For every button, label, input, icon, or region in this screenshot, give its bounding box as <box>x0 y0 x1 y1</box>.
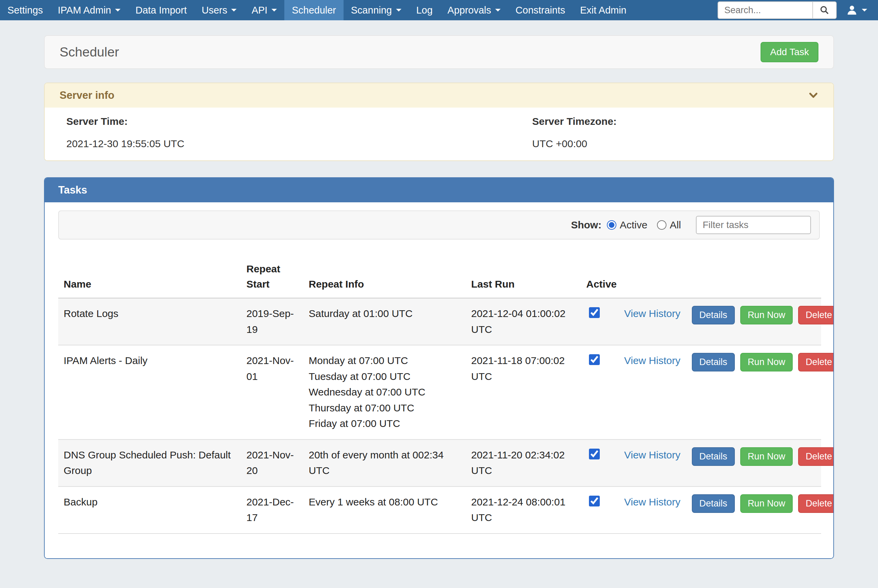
user-menu-button[interactable] <box>845 2 869 19</box>
task-name: IPAM Alerts - Daily <box>58 345 241 440</box>
search-icon <box>820 5 829 15</box>
task-repeat-info: 20th of every month at 002:34 UTC <box>303 440 466 486</box>
filter-tasks-input[interactable] <box>696 216 811 234</box>
details-button[interactable]: Details <box>692 447 735 466</box>
scheduler-header-panel: Scheduler Add Task <box>44 35 834 69</box>
col-header-repeat-start: Repeat Start <box>241 257 303 298</box>
task-active-checkbox[interactable] <box>589 496 600 507</box>
filter-bar: Show: Active All <box>58 210 820 240</box>
server-time-block: Server Time: 2021-12-30 19:55:05 UTC <box>66 116 532 150</box>
view-history-link[interactable]: View History <box>624 449 680 460</box>
task-last-run: 2021-11-20 02:34:02 UTC <box>466 440 581 486</box>
col-header-active: Active <box>581 257 619 298</box>
task-active-checkbox[interactable] <box>589 448 600 459</box>
nav-item-scheduler[interactable]: Scheduler <box>284 0 344 20</box>
task-repeat-info: Every 1 weeks at 08:00 UTC <box>303 486 466 534</box>
search-input[interactable] <box>717 2 812 19</box>
delete-button[interactable]: Delete <box>798 494 834 513</box>
radio-all[interactable]: All <box>657 219 681 231</box>
chevron-down-icon[interactable] <box>808 90 818 100</box>
task-row: IPAM Alerts - Daily 2021-Nov-01 Monday a… <box>58 345 821 440</box>
caret-down-icon <box>115 9 120 12</box>
server-info-panel: Server info Server Time: 2021-12-30 19:5… <box>44 82 834 161</box>
show-label: Show: <box>571 219 602 231</box>
searchbox <box>717 2 837 19</box>
nav-item-approvals[interactable]: Approvals <box>440 0 508 20</box>
run-now-button[interactable]: Run Now <box>740 494 793 513</box>
col-header-last-run: Last Run <box>466 257 581 298</box>
col-header-name: Name <box>58 257 241 298</box>
caret-down-icon <box>396 9 401 12</box>
task-repeat-info: Monday at 07:00 UTC Tuesday at 07:00 UTC… <box>303 345 466 440</box>
radio-all-input[interactable] <box>657 220 666 230</box>
add-task-button[interactable]: Add Task <box>761 42 818 62</box>
page: Settings IPAM Admin Data Import Users AP… <box>0 0 878 588</box>
server-time-label: Server Time: <box>66 116 532 127</box>
navbar: Settings IPAM Admin Data Import Users AP… <box>0 0 878 20</box>
task-last-run: 2021-12-04 01:00:02 UTC <box>466 298 581 345</box>
task-repeat-info: Saturday at 01:00 UTC <box>303 298 466 345</box>
server-info-header[interactable]: Server info <box>45 83 833 108</box>
task-last-run: 2021-12-24 08:00:01 UTC <box>466 486 581 534</box>
nav-item-exit-admin[interactable]: Exit Admin <box>573 0 634 20</box>
radio-active[interactable]: Active <box>607 219 647 231</box>
col-header-history <box>619 257 686 298</box>
caret-down-icon <box>272 9 277 12</box>
tasks-panel-title: Tasks <box>45 178 833 202</box>
task-row: DNS Group Scheduled Push: Default Group … <box>58 440 821 486</box>
delete-button[interactable]: Delete <box>798 447 834 466</box>
nav-item-scanning[interactable]: Scanning <box>344 0 409 20</box>
caret-down-icon <box>495 9 501 12</box>
view-history-link[interactable]: View History <box>624 308 680 319</box>
nav-item-settings[interactable]: Settings <box>0 0 50 20</box>
col-header-actions <box>686 257 821 298</box>
nav-menu: Settings IPAM Admin Data Import Users AP… <box>0 0 634 20</box>
nav-item-constraints[interactable]: Constraints <box>508 0 573 20</box>
server-info-body: Server Time: 2021-12-30 19:55:05 UTC Ser… <box>45 108 833 160</box>
nav-item-api[interactable]: API <box>244 0 284 20</box>
nav-item-data-import[interactable]: Data Import <box>128 0 194 20</box>
search-button[interactable] <box>812 2 837 19</box>
server-timezone-block: Server Timezone: UTC +00:00 <box>532 116 812 150</box>
task-repeat-start: 2021-Nov-20 <box>241 440 303 486</box>
view-history-link[interactable]: View History <box>624 355 680 366</box>
tasks-table: Name Repeat Start Repeat Info Last Run A… <box>58 257 821 534</box>
tasks-panel: Tasks Show: Active All <box>44 177 834 559</box>
caret-down-icon <box>231 9 237 12</box>
main-content: Scheduler Add Task Server info Server Ti… <box>44 20 834 559</box>
server-info-title: Server info <box>60 89 114 102</box>
delete-button[interactable]: Delete <box>798 306 834 324</box>
view-history-link[interactable]: View History <box>624 496 680 507</box>
task-active-checkbox[interactable] <box>589 307 600 318</box>
navbar-right <box>717 0 878 20</box>
server-timezone-label: Server Timezone: <box>532 116 812 127</box>
radio-active-input[interactable] <box>607 220 616 230</box>
run-now-button[interactable]: Run Now <box>740 447 793 466</box>
nav-item-users[interactable]: Users <box>194 0 245 20</box>
run-now-button[interactable]: Run Now <box>740 353 793 372</box>
delete-button[interactable]: Delete <box>798 353 834 372</box>
task-active-checkbox[interactable] <box>589 354 600 365</box>
details-button[interactable]: Details <box>692 353 735 372</box>
task-row: Rotate Logs 2019-Sep-19 Saturday at 01:0… <box>58 298 821 345</box>
page-title: Scheduler <box>60 45 119 60</box>
caret-down-icon <box>862 9 867 12</box>
task-name: Rotate Logs <box>58 298 241 345</box>
nav-item-log[interactable]: Log <box>409 0 440 20</box>
task-row: Backup 2021-Dec-17 Every 1 weeks at 08:0… <box>58 486 821 534</box>
task-name: DNS Group Scheduled Push: Default Group <box>58 440 241 486</box>
table-header-row: Name Repeat Start Repeat Info Last Run A… <box>58 257 821 298</box>
server-timezone-value: UTC +00:00 <box>532 138 812 150</box>
tasks-panel-body: Show: Active All <box>45 202 833 558</box>
col-header-repeat-info: Repeat Info <box>303 257 466 298</box>
user-icon <box>846 4 858 16</box>
server-time-value: 2021-12-30 19:55:05 UTC <box>66 138 532 150</box>
task-repeat-start: 2021-Dec-17 <box>241 486 303 534</box>
details-button[interactable]: Details <box>692 494 735 513</box>
details-button[interactable]: Details <box>692 306 735 324</box>
nav-item-ipam-admin[interactable]: IPAM Admin <box>50 0 128 20</box>
task-repeat-start: 2019-Sep-19 <box>241 298 303 345</box>
run-now-button[interactable]: Run Now <box>740 306 793 324</box>
task-name: Backup <box>58 486 241 534</box>
task-repeat-start: 2021-Nov-01 <box>241 345 303 440</box>
